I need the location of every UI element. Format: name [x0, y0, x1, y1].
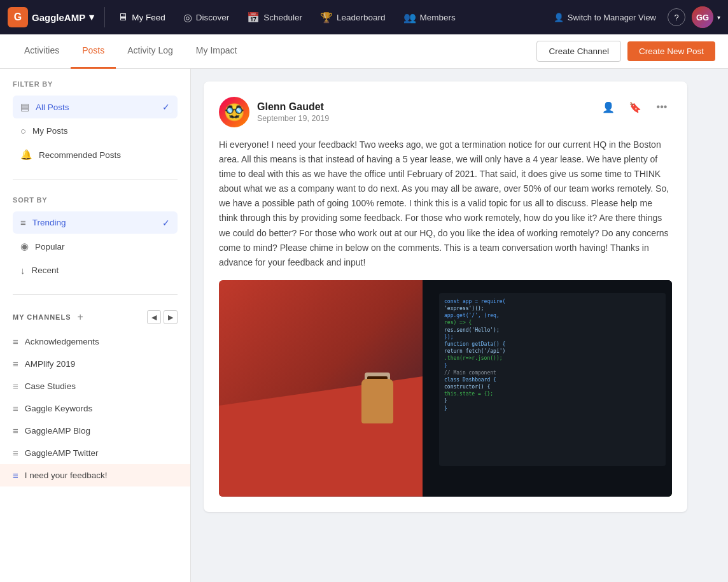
nav-label-members: Members — [420, 13, 456, 22]
tab-activity-log[interactable]: Activity Log — [116, 34, 185, 69]
my-posts-icon: ○ — [20, 125, 26, 136]
create-new-post-button[interactable]: Create New Post — [627, 41, 715, 61]
channels-title: MY CHANNELS — [13, 313, 71, 321]
channels-add-button[interactable]: + — [77, 311, 83, 323]
trending-check: ✓ — [162, 218, 170, 228]
channel-icon: ≡ — [13, 425, 18, 436]
chevron-left-icon: ◀ — [151, 313, 157, 322]
sort-title: SORT BY — [13, 196, 178, 204]
sub-navigation: Activities Posts Activity Log My Impact … — [0, 34, 728, 69]
channel-icon: ≡ — [13, 448, 18, 458]
recommended-icon: 🔔 — [20, 149, 32, 160]
leaderboard-icon: 🏆 — [320, 11, 333, 24]
channel-gaggleamp-blog[interactable]: ≡ GaggleAMP Blog — [0, 420, 190, 442]
sort-section: SORT BY ≡ Trending ✓ ◉ Popular ↓ Recent — [0, 185, 190, 289]
channel-i-need-feedback[interactable]: ≡ I need your feedback! — [0, 464, 190, 486]
bookmark-icon: 🔖 — [629, 101, 641, 113]
channels-header: MY CHANNELS + ◀ ▶ — [0, 300, 190, 330]
channels-prev-button[interactable]: ◀ — [147, 310, 161, 324]
filter-all-posts[interactable]: ▤ All Posts ✓ — [13, 96, 178, 118]
help-button[interactable]: ? — [668, 8, 685, 26]
hand-cup — [352, 334, 403, 423]
sub-nav-actions: Create Channel Create New Post — [536, 41, 715, 62]
channel-case-studies[interactable]: ≡ Case Studies — [0, 375, 190, 397]
sort-label-trending: Trending — [32, 218, 66, 227]
switch-manager-label: Switch to Manager View — [568, 13, 656, 22]
channel-icon: ≡ — [13, 358, 18, 369]
sidebar: FILTER BY ▤ All Posts ✓ ○ My Posts 🔔 Rec… — [0, 69, 191, 582]
share-user-button[interactable]: 👤 — [598, 97, 619, 117]
channel-icon: ≡ — [13, 381, 18, 392]
tab-posts[interactable]: Posts — [71, 34, 116, 69]
my-feed-icon: 🖥 — [118, 11, 128, 23]
trending-icon: ≡ — [20, 217, 26, 228]
app-logo[interactable]: G GaggleAMP ▾ — [8, 7, 105, 27]
app-name: GaggleAMP — [32, 12, 85, 23]
nav-item-members[interactable]: 👥 Members — [396, 8, 463, 27]
tab-my-impact[interactable]: My Impact — [185, 34, 249, 69]
switch-manager-button[interactable]: 👤 Switch to Manager View — [549, 10, 661, 25]
nav-label-discover: Discover — [196, 13, 230, 22]
top-navigation: G GaggleAMP ▾ 🖥 My Feed ◎ Discover 📅 Sch… — [0, 0, 728, 34]
author-info: 🥸 Glenn Gaudet September 19, 2019 — [219, 97, 329, 127]
user-avatar-button[interactable]: GG ▾ — [692, 6, 720, 28]
channel-label: GaggleAMP Blog — [25, 426, 90, 436]
sort-recent[interactable]: ↓ Recent — [13, 259, 178, 281]
sort-popular[interactable]: ◉ Popular — [13, 235, 178, 258]
hand-shape — [361, 379, 393, 423]
channel-gaggle-keywords[interactable]: ≡ Gaggle Keywords — [0, 397, 190, 420]
channel-label: GaggleAMP Twitter — [25, 448, 99, 458]
channel-amplify-2019[interactable]: ≡ AMPlify 2019 — [0, 353, 190, 375]
channel-label: Gaggle Keywords — [25, 404, 93, 413]
sort-label-popular: Popular — [35, 242, 65, 252]
post-header: 🥸 Glenn Gaudet September 19, 2019 👤 🔖 — [219, 97, 672, 127]
channel-label: I need your feedback! — [25, 471, 108, 480]
channel-icon: ≡ — [13, 336, 18, 347]
divider-1 — [13, 179, 178, 180]
all-posts-icon: ▤ — [20, 101, 29, 113]
members-icon: 👥 — [403, 11, 416, 24]
bookmark-button[interactable]: 🔖 — [625, 97, 645, 117]
create-channel-button[interactable]: Create Channel — [536, 41, 621, 62]
more-options-button[interactable]: ••• — [652, 97, 672, 117]
avatar-caret: ▾ — [717, 14, 720, 21]
channel-label: Acknowledgements — [25, 337, 99, 346]
switch-manager-icon: 👤 — [554, 13, 564, 22]
logo-icon: G — [8, 7, 28, 27]
channels-next-button[interactable]: ▶ — [164, 310, 178, 324]
nav-item-my-feed[interactable]: 🖥 My Feed — [110, 8, 173, 27]
code-display: const app = require( 'express')(); app.g… — [439, 293, 666, 466]
post-date: September 19, 2019 — [257, 114, 329, 123]
all-posts-check: ✓ — [162, 102, 170, 112]
filter-section: FILTER BY ▤ All Posts ✓ ○ My Posts 🔔 Rec… — [0, 69, 190, 174]
filter-recommended[interactable]: 🔔 Recommended Posts — [13, 143, 178, 166]
nav-item-discover[interactable]: ◎ Discover — [176, 8, 237, 27]
nav-item-leaderboard[interactable]: 🏆 Leaderboard — [312, 8, 393, 27]
channel-icon-active: ≡ — [13, 470, 18, 481]
main-content: 🥸 Glenn Gaudet September 19, 2019 👤 🔖 — [191, 69, 728, 582]
tab-activities[interactable]: Activities — [13, 34, 71, 69]
author-avatar: 🥸 — [219, 97, 249, 127]
scheduler-icon: 📅 — [247, 11, 260, 24]
nav-right: 👤 Switch to Manager View ? GG ▾ — [549, 6, 720, 28]
post-actions: 👤 🔖 ••• — [598, 97, 672, 117]
filter-my-posts[interactable]: ○ My Posts — [13, 120, 178, 142]
channels-list: ≡ Acknowledgements ≡ AMPlify 2019 ≡ Case… — [0, 330, 190, 486]
post-card: 🥸 Glenn Gaudet September 19, 2019 👤 🔖 — [204, 82, 687, 512]
ellipsis-icon: ••• — [657, 101, 668, 113]
nav-item-scheduler[interactable]: 📅 Scheduler — [239, 8, 310, 27]
filter-label-all-posts: All Posts — [36, 103, 69, 112]
sort-trending[interactable]: ≡ Trending ✓ — [13, 211, 178, 234]
help-icon: ? — [674, 13, 678, 22]
nav-label-my-feed: My Feed — [132, 13, 165, 22]
discover-icon: ◎ — [183, 11, 192, 24]
post-body: Hi everyone! I need your feedback! Two w… — [219, 138, 672, 270]
channel-gaggleamp-twitter[interactable]: ≡ GaggleAMP Twitter — [0, 442, 190, 464]
channel-icon: ≡ — [13, 403, 18, 414]
channels-nav: ◀ ▶ — [147, 310, 178, 324]
channel-acknowledgements[interactable]: ≡ Acknowledgements — [0, 330, 190, 353]
channel-label: Case Studies — [25, 381, 76, 391]
filter-label-recommended: Recommended Posts — [39, 150, 121, 160]
channel-label: AMPlify 2019 — [25, 359, 76, 369]
sub-nav-tabs: Activities Posts Activity Log My Impact — [13, 34, 536, 69]
